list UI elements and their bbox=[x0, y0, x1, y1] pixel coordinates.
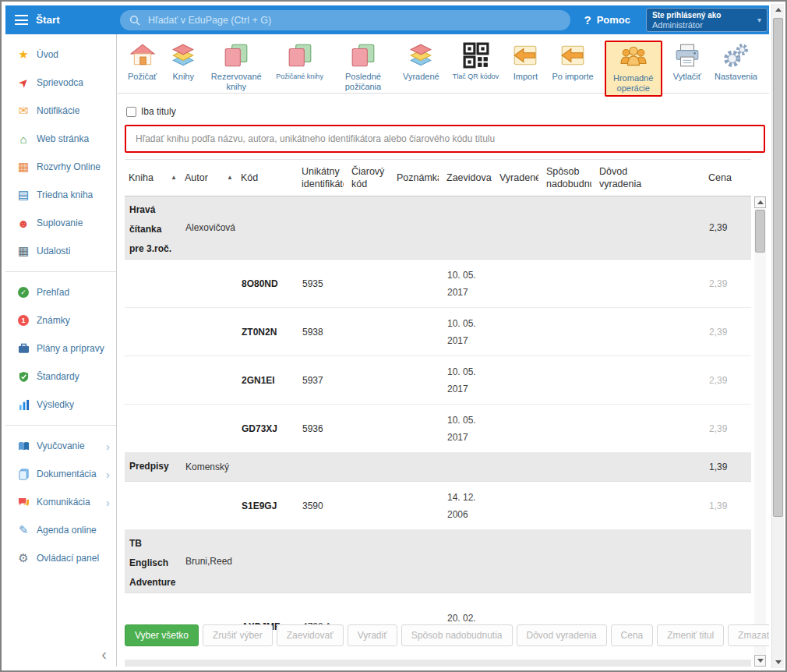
only-titles-option[interactable]: Iba tituly bbox=[126, 106, 766, 117]
sidebar-item-prehlad[interactable]: ✓Prehľad bbox=[5, 278, 116, 306]
sidebar-collapse-button[interactable]: ‹ bbox=[101, 646, 107, 662]
column-header-cena[interactable]: Cena bbox=[704, 160, 751, 196]
sidebar-item-triedna-kniha[interactable]: ▤Triedna kniha bbox=[5, 181, 116, 209]
cell-kod: ZT0N2N bbox=[237, 327, 298, 338]
start-menu-button[interactable]: Štart bbox=[5, 14, 117, 26]
action-vyradit[interactable]: Vyradiť bbox=[348, 624, 397, 646]
pages-icon bbox=[223, 42, 249, 69]
book-search-box[interactable] bbox=[125, 125, 765, 153]
sidebar-item-komunikacia[interactable]: Komunikácia› bbox=[5, 488, 116, 516]
sidebar-item-plany-a-pripravy[interactable]: Plány a prípravy bbox=[5, 334, 116, 363]
sidebar-item-vysledky[interactable]: Výsledky bbox=[5, 391, 116, 419]
action-sposob-nadobudnutia[interactable]: Spôsob nadobudnutia bbox=[401, 624, 513, 646]
column-header-sposob-nadobudnutia[interactable]: Spôsob nadobudnutia bbox=[542, 160, 595, 196]
table-item-row[interactable]: 2GN1EI593710. 05. 20172,39 bbox=[125, 356, 751, 405]
global-search-input[interactable] bbox=[146, 14, 561, 27]
toolbar-item-nastavenia[interactable]: Nastavenia bbox=[712, 41, 760, 83]
column-header-poznamka[interactable]: Poznámka bbox=[393, 160, 443, 196]
table-item-row[interactable]: S1E9GJ359014. 12. 20061,39 bbox=[125, 482, 751, 530]
toolbar-item-hromadne-operacie[interactable]: Hromadné operácie bbox=[605, 41, 662, 97]
sidebar-item-uvod[interactable]: ★Úvod bbox=[5, 41, 116, 69]
column-header-dovod-vyradenia[interactable]: Dôvod vyradenia bbox=[595, 160, 647, 196]
toolbar-item-vyradene[interactable]: Vyradené bbox=[401, 41, 442, 83]
sidebar-item-label: Štandardy bbox=[37, 371, 79, 382]
action-cena[interactable]: Cena bbox=[611, 624, 654, 646]
sidebar-item-rozvrhy-online[interactable]: ▦Rozvrhy Online bbox=[5, 153, 116, 181]
table-item-row[interactable]: 8O80ND593510. 05. 20172,39 bbox=[125, 260, 751, 308]
sidebar-item-agenda-online[interactable]: ✎Agenda online bbox=[5, 516, 116, 544]
column-header-zaevidovane[interactable]: Zaevidované bbox=[443, 160, 496, 196]
cell-cena: 2,39 bbox=[704, 222, 751, 233]
cell-unikatny-identifikator: 5935 bbox=[298, 278, 348, 289]
column-header-kod[interactable]: Kód bbox=[237, 160, 298, 196]
user-menu[interactable]: Ste prihlásený ako Administrátor ▾ bbox=[646, 8, 768, 32]
toolbar-item-po-importe[interactable]: Po importe bbox=[549, 41, 595, 83]
action-vyber-vsetko[interactable]: Vyber všetko bbox=[125, 624, 199, 646]
toolbar-item-pozicane-knihy[interactable]: Požičané knihy bbox=[274, 41, 326, 83]
calendar-icon: ▦ bbox=[16, 244, 31, 258]
column-header-autor[interactable]: Autor▲ bbox=[181, 160, 237, 196]
sidebar-item-suplovanie[interactable]: ☻Suplovanie bbox=[5, 209, 116, 237]
action-dovod-vyradenia[interactable]: Dôvod vyradenia bbox=[517, 624, 607, 646]
column-header-unikatny-identifikator[interactable]: Unikátny identifikátor bbox=[298, 160, 348, 196]
action-zmenit-titul[interactable]: Zmeniť titul bbox=[657, 624, 724, 646]
only-titles-label: Iba tituly bbox=[141, 106, 176, 117]
scroll-down-icon[interactable] bbox=[754, 655, 766, 667]
column-header-ciarovy-kod[interactable]: Čiarový kód bbox=[348, 160, 393, 196]
toolbar-item-pozicat[interactable]: Požičať bbox=[125, 41, 159, 83]
book-search-input[interactable] bbox=[126, 133, 764, 144]
sidebar-item-web-stranka[interactable]: ⌂Web stránka bbox=[5, 125, 116, 153]
page-scrollbar-thumb[interactable] bbox=[773, 18, 783, 517]
table-item-row[interactable]: GD73XJ593610. 05. 20172,39 bbox=[125, 405, 751, 453]
toolbar-item-vytlacit[interactable]: Vytlačiť bbox=[671, 41, 704, 83]
table-scrollbar-thumb[interactable] bbox=[755, 210, 765, 253]
gears-icon bbox=[722, 42, 749, 69]
chevron-right-icon: › bbox=[106, 440, 110, 452]
toolbar-item-tlac-qr-kodov[interactable]: Tlač QR kódov bbox=[450, 41, 502, 83]
sidebar-item-notifikacie[interactable]: ✉Notifikácie bbox=[5, 97, 116, 125]
toolbar-item-rezervovane-knihy[interactable]: Rezervované knihy bbox=[207, 41, 265, 94]
scroll-up-icon[interactable] bbox=[754, 196, 766, 208]
table-title-row[interactable]: PredpisyKomenský1,39 bbox=[125, 453, 751, 482]
table-title-row[interactable]: Hravá čítanka pre 3.roč.Alexovičová2,39 bbox=[125, 196, 751, 260]
sidebar-item-dokumentacia[interactable]: Dokumentácia› bbox=[5, 460, 116, 488]
global-search[interactable] bbox=[120, 10, 570, 30]
shield-icon bbox=[16, 370, 31, 384]
page-scrollbar[interactable] bbox=[771, 4, 784, 668]
scroll-up-icon[interactable] bbox=[772, 4, 784, 16]
column-header-vyradene[interactable]: Vyradené bbox=[496, 160, 542, 196]
sidebar-item-standardy[interactable]: Štandardy bbox=[5, 363, 116, 391]
sidebar-item-vyucovanie[interactable]: Vyučovanie› bbox=[5, 432, 116, 460]
library-toolbar: PožičaťKnihyRezervované knihyPožičané kn… bbox=[118, 34, 769, 94]
sort-asc-icon[interactable]: ▲ bbox=[171, 172, 177, 184]
hamburger-icon[interactable] bbox=[15, 15, 28, 25]
grade-circle-icon: 1 bbox=[16, 313, 31, 327]
star-icon: ★ bbox=[16, 48, 31, 62]
table-title-row[interactable]: .Prekážka vHolka0.5 bbox=[125, 660, 751, 667]
toolbar-item-import[interactable]: Import bbox=[510, 41, 541, 83]
action-zrusit-vyber[interactable]: Zrušiť výber bbox=[203, 624, 273, 646]
column-header-label: Unikátny identifikátor bbox=[302, 165, 344, 190]
column-header-label: Kód bbox=[241, 172, 258, 184]
sidebar-item-sprievodca[interactable]: ➤Sprievodca bbox=[5, 69, 116, 97]
action-zmazat[interactable]: Zmazať bbox=[728, 624, 769, 646]
action-zaevidovat[interactable]: Zaevidovať bbox=[277, 624, 344, 646]
sort-asc-icon[interactable]: ▲ bbox=[227, 172, 233, 184]
cell-zaevidovane: 10. 05. 2017 bbox=[443, 267, 496, 301]
toolbar-item-knihy[interactable]: Knihy bbox=[168, 41, 199, 83]
table-scrollbar[interactable] bbox=[754, 196, 766, 667]
help-button[interactable]: ? Pomoc bbox=[584, 13, 630, 27]
sidebar-item-udalosti[interactable]: ▦Udalosti bbox=[5, 237, 116, 265]
main-area: PožičaťKnihyRezervované knihyPožičané kn… bbox=[118, 34, 769, 667]
table-item-row[interactable]: ZT0N2N593810. 05. 20172,39 bbox=[125, 308, 751, 356]
only-titles-checkbox[interactable] bbox=[126, 107, 136, 117]
scroll-down-icon[interactable] bbox=[772, 656, 784, 668]
column-header-kniha[interactable]: Kniha▲ bbox=[125, 160, 181, 196]
toolbar-item-label: Posledné požičania bbox=[337, 72, 390, 92]
sidebar-item-znamky[interactable]: 1Známky bbox=[5, 306, 116, 334]
cell-kniha: .Prekážka v bbox=[125, 660, 181, 667]
sidebar-item-label: Vyučovanie bbox=[37, 440, 85, 451]
table-title-row[interactable]: TB Englisch AdventureBruni,Reed bbox=[125, 530, 751, 593]
toolbar-item-posledne-pozicania[interactable]: Posledné požičania bbox=[334, 41, 392, 94]
sidebar-item-ovladaci-panel[interactable]: ⚙Ovládací panel bbox=[5, 544, 116, 572]
